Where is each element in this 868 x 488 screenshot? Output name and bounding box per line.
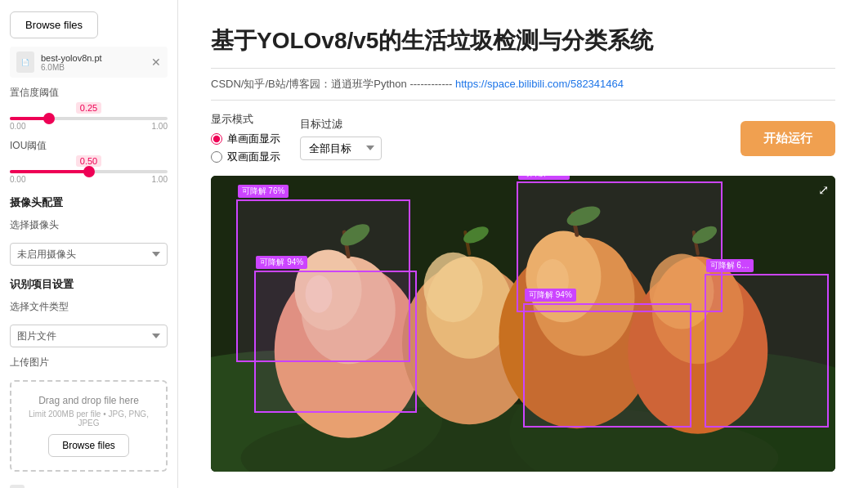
det-label-4: 可降解 94% (525, 289, 576, 302)
camera-label: 选择摄像头 (10, 218, 168, 232)
camera-select[interactable]: 未启用摄像头 (10, 243, 168, 266)
confidence-value: 0.25 (76, 102, 101, 114)
main-content: 基于YOLOv8/v5的生活垃圾检测与分类系统 CSDN/知乎/B站/博客园：逍… (178, 0, 868, 488)
upload-dropzone[interactable]: Drag and drop file here Limit 200MB per … (10, 380, 168, 472)
detection-box-5: 可降解 6… (705, 274, 830, 428)
confidence-thumb[interactable] (43, 113, 55, 124)
det-label-1: 可降解 76% (238, 185, 289, 198)
subtitle-prefix: CSDN/知乎/B站/博客园：逍逍班学Python (211, 78, 407, 90)
subtitle-separator: ------------ (409, 78, 452, 90)
target-filter-select[interactable]: 全部目标 (300, 137, 382, 160)
iou-thumb[interactable] (83, 166, 95, 177)
file-info: best-yolov8n.pt 6.0MB (41, 53, 145, 72)
expand-icon[interactable]: ⤢ (818, 182, 829, 198)
file-name: best-yolov8n.pt (41, 53, 145, 63)
page-title: 基于YOLOv8/v5的生活垃圾检测与分类系统 (211, 25, 835, 56)
browse-files-button-2[interactable]: Browse files (48, 434, 129, 457)
filetype-select[interactable]: 图片文件 (10, 325, 168, 347)
browse-files-button[interactable]: Browse files (10, 11, 98, 38)
iou-value: 0.50 (76, 155, 101, 167)
iou-min: 0.00 (10, 175, 25, 184)
det-label-2: 可降解 94% (256, 256, 307, 269)
iou-max: 1.00 (152, 175, 168, 184)
radio-group: 单画面显示 双画面显示 (211, 132, 280, 164)
upload-drag-text: Drag and drop file here (20, 395, 158, 406)
det-label-5: 可降解 6… (706, 259, 754, 272)
detection-image-container: ⤢ (211, 176, 835, 472)
iou-section: IOU阈值 0.50 0.00 1.00 (10, 139, 168, 184)
radio-dual-label: 双画面显示 (227, 150, 280, 164)
upload-label: 上传图片 (10, 356, 168, 369)
run-button[interactable]: 开始运行 (740, 121, 835, 156)
file-icon-2: 📄 (10, 485, 25, 488)
confidence-min: 0.00 (10, 122, 25, 131)
target-filter-label: 目标过滤 (300, 117, 382, 132)
confidence-range: 0.00 1.00 (10, 122, 168, 131)
detection-box-4: 可降解 94% (523, 303, 691, 428)
confidence-label: 置信度阈值 (10, 86, 168, 100)
controls-row: 显示模式 单画面显示 双画面显示 目标过滤 全部目标 开始运行 (211, 112, 835, 164)
iou-fill (10, 170, 89, 173)
svg-point-10 (423, 253, 482, 323)
radio-dual-input[interactable] (211, 151, 222, 163)
uploaded-image-file: 📄 biodegradable14_jpg.rf... ✕ (10, 485, 168, 488)
file-icon: 📄 (16, 51, 34, 73)
bilibili-link[interactable]: https://space.bilibili.com/582341464 (455, 78, 624, 90)
radio-single-label: 单画面显示 (227, 132, 280, 146)
subtitle-row: CSDN/知乎/B站/博客园：逍逍班学Python ------------ h… (211, 68, 835, 101)
detection-box-2: 可降解 94% (254, 271, 417, 413)
file-size: 6.0MB (41, 63, 145, 72)
upload-limit: Limit 200MB per file • JPG, PNG, JPEG (20, 410, 158, 428)
iou-track (10, 170, 168, 173)
target-filter-group: 目标过滤 全部目标 (300, 117, 382, 160)
iou-label: IOU阈值 (10, 139, 168, 153)
confidence-max: 1.00 (152, 122, 168, 131)
radio-single[interactable]: 单画面显示 (211, 132, 280, 146)
display-mode-label: 显示模式 (211, 112, 280, 127)
pear-scene: 可降解 76% 可降解 94% 可降解 85% 可降解 94% 可降解 6… (211, 176, 835, 472)
detection-section-title: 识别项目设置 (10, 277, 168, 292)
sidebar: Browse files 📄 best-yolov8n.pt 6.0MB ✕ 置… (0, 0, 178, 488)
remove-file-button[interactable]: ✕ (151, 56, 161, 69)
camera-section-title: 摄像头配置 (10, 195, 168, 210)
det-label-3: 可降解 85% (518, 176, 570, 180)
radio-single-input[interactable] (211, 133, 222, 145)
radio-dual[interactable]: 双画面显示 (211, 150, 280, 164)
confidence-track (10, 117, 168, 120)
confidence-section: 置信度阈值 0.25 0.00 1.00 (10, 86, 168, 131)
filetype-label: 选择文件类型 (10, 300, 168, 314)
uploaded-model-file: 📄 best-yolov8n.pt 6.0MB ✕ (10, 47, 168, 78)
display-mode-group: 显示模式 单画面显示 双画面显示 (211, 112, 280, 164)
